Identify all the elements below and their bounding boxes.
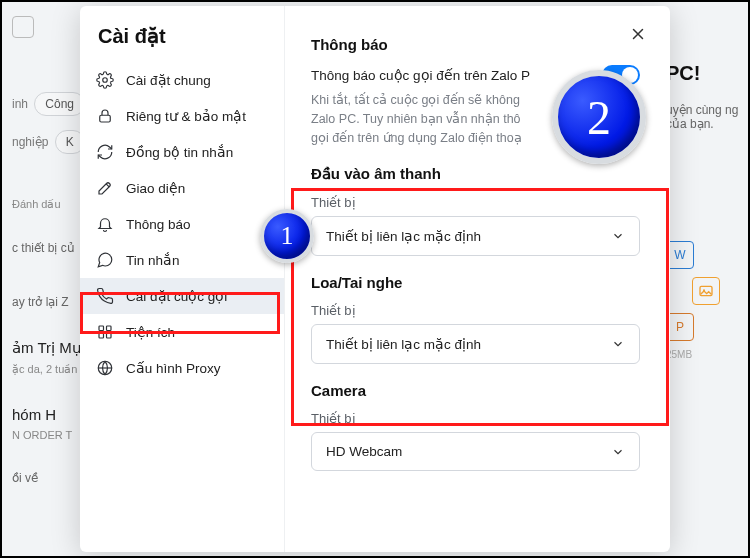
incoming-call-notif-hint: Khi tắt, tất cả cuộc gọi đến sẽ không Za… xyxy=(311,91,640,147)
sidebar-item-privacy[interactable]: Riêng tư & bảo mật xyxy=(80,98,284,134)
audio-out-device-value: Thiết bị liên lạc mặc định xyxy=(326,336,481,352)
svg-rect-5 xyxy=(107,326,112,331)
audio-out-device-select[interactable]: Thiết bị liên lạc mặc định xyxy=(311,324,640,364)
sidebar-item-label: Cài đặt chung xyxy=(126,72,211,88)
grid-icon xyxy=(96,323,114,341)
audio-out-device-label: Thiết bị xyxy=(311,303,640,318)
audio-in-device-select[interactable]: Thiết bị liên lạc mặc định xyxy=(311,216,640,256)
incoming-call-notif-label: Thông báo cuộc gọi đến trên Zalo P xyxy=(311,67,530,83)
sidebar-item-label: Tiện ích xyxy=(126,324,175,340)
sidebar-item-label: Tin nhắn xyxy=(126,252,180,268)
svg-rect-6 xyxy=(99,334,104,339)
section-title-audio-out: Loa/Tai nghe xyxy=(311,274,640,291)
file-icon-word: W xyxy=(666,241,694,269)
sidebar-item-label: Thông báo xyxy=(126,217,191,232)
close-icon xyxy=(629,25,647,43)
svg-rect-7 xyxy=(107,334,112,339)
sidebar-item-label: Đồng bộ tin nhắn xyxy=(126,144,233,160)
camera-section: Camera Thiết bị HD Webcam xyxy=(311,382,640,471)
section-title-camera: Camera xyxy=(311,382,640,399)
brush-icon xyxy=(96,179,114,197)
audio-in-device-value: Thiết bị liên lạc mặc định xyxy=(326,228,481,244)
svg-rect-4 xyxy=(99,326,104,331)
audio-output-section: Loa/Tai nghe Thiết bị Thiết bị liên lạc … xyxy=(311,274,640,364)
settings-title: Cài đặt xyxy=(80,24,284,62)
sync-icon xyxy=(96,143,114,161)
chip: Công xyxy=(34,92,85,116)
section-title-audio-in: Đầu vào âm thanh xyxy=(311,165,640,183)
section-title-notification: Thông báo xyxy=(311,36,640,53)
sidebar-item-label: Riêng tư & bảo mật xyxy=(126,108,246,124)
audio-input-section: Đầu vào âm thanh Thiết bị Thiết bị liên … xyxy=(311,165,640,256)
phone-icon xyxy=(96,287,114,305)
settings-content: Thông báo Thông báo cuộc gọi đến trên Za… xyxy=(285,6,670,552)
sidebar-item-notifications[interactable]: Thông báo xyxy=(80,206,284,242)
sidebar-item-call-settings[interactable]: Cài đặt cuộc gọi xyxy=(80,278,284,314)
camera-device-value: HD Webcam xyxy=(326,444,402,459)
camera-device-select[interactable]: HD Webcam xyxy=(311,432,640,471)
notification-section: Thông báo Thông báo cuộc gọi đến trên Za… xyxy=(311,36,640,147)
sidebar-item-utilities[interactable]: Tiện ích xyxy=(80,314,284,350)
file-icon-ppt: P xyxy=(666,313,694,341)
sidebar-item-sync[interactable]: Đồng bộ tin nhắn xyxy=(80,134,284,170)
incoming-call-notif-toggle[interactable] xyxy=(602,65,640,85)
sidebar-item-label: Cấu hình Proxy xyxy=(126,360,221,376)
chevron-down-icon xyxy=(611,337,625,351)
chevron-down-icon xyxy=(611,445,625,459)
sidebar-item-proxy[interactable]: Cấu hình Proxy xyxy=(80,350,284,386)
svg-rect-3 xyxy=(100,115,111,122)
camera-device-label: Thiết bị xyxy=(311,411,640,426)
sidebar-item-interface[interactable]: Giao diện xyxy=(80,170,284,206)
sidebar-item-messages[interactable]: Tin nhắn xyxy=(80,242,284,278)
svg-rect-0 xyxy=(700,286,712,295)
gear-icon xyxy=(96,71,114,89)
message-icon xyxy=(96,251,114,269)
chevron-down-icon xyxy=(611,229,625,243)
lock-icon xyxy=(96,107,114,125)
proxy-icon xyxy=(96,359,114,377)
sidebar-item-general[interactable]: Cài đặt chung xyxy=(80,62,284,98)
file-icon-image xyxy=(692,277,720,305)
svg-point-2 xyxy=(103,78,108,83)
close-button[interactable] xyxy=(624,20,652,48)
sidebar-item-label: Cài đặt cuộc gọi xyxy=(126,288,227,304)
settings-sidebar: Cài đặt Cài đặt chung Riêng tư & bảo mật… xyxy=(80,6,285,552)
bell-icon xyxy=(96,215,114,233)
sidebar-item-label: Giao diện xyxy=(126,180,185,196)
audio-in-device-label: Thiết bị xyxy=(311,195,640,210)
settings-modal: Cài đặt Cài đặt chung Riêng tư & bảo mật… xyxy=(80,6,670,552)
